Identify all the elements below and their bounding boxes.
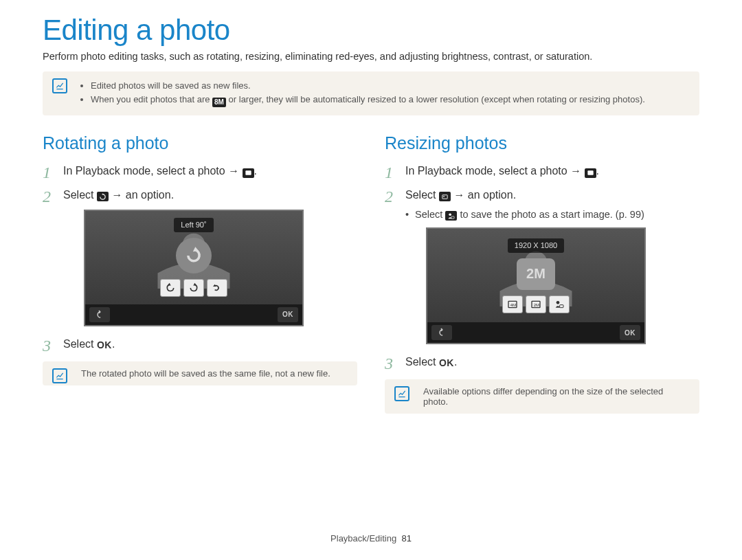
back-button[interactable] bbox=[89, 307, 110, 322]
ok-button[interactable]: OK bbox=[278, 307, 298, 322]
rot-opt-180[interactable] bbox=[207, 279, 227, 297]
big-size-icon: 2M bbox=[517, 258, 555, 290]
svg-rect-7 bbox=[451, 216, 454, 219]
svg-text:2M: 2M bbox=[534, 303, 539, 307]
res-step-1: In Playback mode, select a photo → E . bbox=[385, 163, 699, 180]
res-note-box: Available options differ depending on th… bbox=[385, 379, 699, 414]
top-note-1: Edited photos will be saved as new files… bbox=[91, 80, 688, 92]
res-sub-bullet: Select to save the photo as a start imag… bbox=[405, 207, 699, 222]
svg-point-6 bbox=[449, 213, 452, 216]
rot-note-text: The rotated photo will be saved as the s… bbox=[81, 368, 330, 379]
rot-step-2: Select → an option. Left 90˚ bbox=[43, 187, 357, 326]
page-title: Editing a photo bbox=[43, 14, 699, 47]
res-sub-post: to save the photo as a start image. (p. … bbox=[460, 209, 644, 220]
rotate-icon bbox=[97, 192, 109, 201]
back-button[interactable] bbox=[431, 325, 452, 340]
heading-resizing: Resizing photos bbox=[385, 133, 699, 153]
rot-opt-left[interactable] bbox=[183, 279, 204, 297]
res-screenshot: 1920 X 1080 2M 4M 2M bbox=[426, 227, 646, 344]
resize-icon bbox=[439, 192, 451, 201]
footer-section: Playback/Editing bbox=[330, 533, 396, 544]
top-note-2: When you edit photos that are 8M or larg… bbox=[91, 93, 688, 107]
footer-page: 81 bbox=[401, 533, 411, 544]
res-step1-text: In Playback mode, select a photo → bbox=[405, 165, 585, 177]
col-rotating: Rotating a photo In Playback mode, selec… bbox=[43, 133, 357, 432]
res-sub-pre: Select bbox=[415, 209, 445, 220]
intro-text: Perform photo editing tasks, such as rot… bbox=[43, 51, 699, 62]
res-opt-large[interactable]: 4M bbox=[502, 295, 523, 313]
rot-step-1: In Playback mode, select a photo → E . bbox=[43, 163, 357, 180]
svg-text:E: E bbox=[591, 172, 593, 175]
top-note-box: Edited photos will be saved as new files… bbox=[43, 71, 699, 115]
res-step2-pre: Select bbox=[405, 189, 439, 201]
edit-icon: E bbox=[243, 168, 254, 178]
cam-label-1920: 1920 X 1080 bbox=[508, 238, 564, 253]
svg-point-13 bbox=[556, 301, 560, 304]
edit-icon: E bbox=[585, 168, 596, 178]
svg-text:4M: 4M bbox=[510, 303, 516, 307]
svg-rect-14 bbox=[560, 304, 563, 307]
rot-step1-text: In Playback mode, select a photo → bbox=[63, 165, 243, 177]
rot-step3-pre: Select bbox=[63, 338, 97, 350]
note-icon bbox=[52, 368, 67, 383]
size-8m-icon: 8M bbox=[212, 98, 226, 107]
start-image-icon bbox=[445, 211, 457, 221]
svg-text:E: E bbox=[249, 172, 251, 175]
size-2m-text: 2M bbox=[526, 263, 546, 284]
res-step-2: Select → an option. Select to save the p… bbox=[385, 187, 699, 344]
rot-step2-post: → an option. bbox=[111, 189, 174, 201]
rot-note-box: The rotated photo will be saved as the s… bbox=[43, 361, 357, 385]
note-icon bbox=[52, 78, 67, 93]
res-step-3: Select OK. bbox=[385, 354, 699, 371]
res-step3-pre: Select bbox=[405, 356, 439, 368]
rot-opt-right[interactable] bbox=[160, 279, 181, 297]
rot-step2-pre: Select bbox=[63, 189, 97, 201]
big-rotate-icon bbox=[176, 238, 212, 273]
ok-button[interactable]: OK bbox=[620, 325, 640, 340]
cam-label-left90: Left 90˚ bbox=[174, 218, 213, 232]
res-step2-post: → an option. bbox=[453, 189, 516, 201]
res-opt-medium[interactable]: 2M bbox=[526, 295, 546, 313]
page-footer: Playback/Editing 81 bbox=[0, 533, 742, 544]
res-note-text: Available options differ depending on th… bbox=[423, 386, 663, 407]
heading-rotating: Rotating a photo bbox=[43, 133, 357, 153]
col-resizing: Resizing photos In Playback mode, select… bbox=[385, 133, 699, 432]
svg-rect-5 bbox=[442, 195, 447, 199]
rot-step-3: Select OK. bbox=[43, 336, 357, 353]
ok-text-inline: OK bbox=[97, 339, 112, 350]
ok-text-inline: OK bbox=[439, 357, 454, 368]
note-icon bbox=[394, 386, 409, 401]
res-opt-start[interactable] bbox=[549, 295, 570, 313]
rot-screenshot: Left 90˚ OK bbox=[84, 210, 304, 326]
